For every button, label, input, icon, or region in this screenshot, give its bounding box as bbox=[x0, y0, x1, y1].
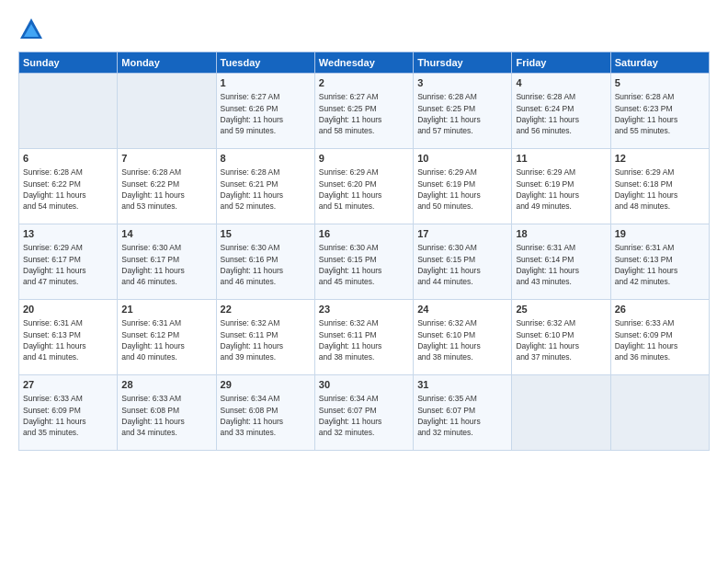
calendar-cell: 12Sunrise: 6:29 AM Sunset: 6:18 PM Dayli… bbox=[610, 149, 709, 224]
day-info: Sunrise: 6:28 AM Sunset: 6:23 PM Dayligh… bbox=[615, 91, 705, 136]
calendar-cell: 10Sunrise: 6:29 AM Sunset: 6:19 PM Dayli… bbox=[414, 149, 512, 224]
day-number: 16 bbox=[319, 227, 409, 241]
weekday-header-thursday: Thursday bbox=[414, 52, 512, 74]
day-number: 23 bbox=[319, 303, 409, 316]
day-info: Sunrise: 6:28 AM Sunset: 6:21 PM Dayligh… bbox=[221, 167, 311, 212]
calendar-cell: 23Sunrise: 6:32 AM Sunset: 6:11 PM Dayli… bbox=[314, 300, 413, 375]
day-info: Sunrise: 6:35 AM Sunset: 6:07 PM Dayligh… bbox=[417, 393, 507, 438]
calendar-cell: 29Sunrise: 6:34 AM Sunset: 6:08 PM Dayli… bbox=[216, 375, 314, 451]
day-number: 25 bbox=[516, 303, 606, 316]
calendar-cell: 3Sunrise: 6:28 AM Sunset: 6:25 PM Daylig… bbox=[414, 74, 512, 149]
day-info: Sunrise: 6:31 AM Sunset: 6:14 PM Dayligh… bbox=[516, 242, 606, 287]
week-row-3: 13Sunrise: 6:29 AM Sunset: 6:17 PM Dayli… bbox=[19, 224, 710, 300]
day-number: 14 bbox=[121, 227, 211, 241]
day-number: 12 bbox=[615, 152, 705, 166]
day-info: Sunrise: 6:33 AM Sunset: 6:09 PM Dayligh… bbox=[23, 393, 113, 438]
day-number: 3 bbox=[417, 76, 507, 90]
calendar-cell: 9Sunrise: 6:29 AM Sunset: 6:20 PM Daylig… bbox=[314, 149, 413, 224]
day-info: Sunrise: 6:34 AM Sunset: 6:07 PM Dayligh… bbox=[319, 393, 409, 438]
day-info: Sunrise: 6:29 AM Sunset: 6:19 PM Dayligh… bbox=[516, 167, 606, 212]
day-info: Sunrise: 6:30 AM Sunset: 6:17 PM Dayligh… bbox=[121, 242, 211, 287]
day-number: 9 bbox=[319, 152, 409, 166]
day-number: 31 bbox=[417, 378, 507, 392]
week-row-2: 6Sunrise: 6:28 AM Sunset: 6:22 PM Daylig… bbox=[19, 149, 710, 224]
day-number: 27 bbox=[23, 378, 113, 392]
weekday-header-monday: Monday bbox=[118, 52, 216, 74]
week-row-1: 1Sunrise: 6:27 AM Sunset: 6:26 PM Daylig… bbox=[19, 74, 710, 149]
calendar-cell: 15Sunrise: 6:30 AM Sunset: 6:16 PM Dayli… bbox=[216, 224, 314, 300]
calendar-cell: 11Sunrise: 6:29 AM Sunset: 6:19 PM Dayli… bbox=[512, 149, 610, 224]
weekday-header-saturday: Saturday bbox=[610, 52, 709, 74]
day-number: 30 bbox=[319, 378, 409, 392]
day-info: Sunrise: 6:31 AM Sunset: 6:13 PM Dayligh… bbox=[615, 242, 705, 287]
header bbox=[18, 17, 710, 42]
calendar-cell: 18Sunrise: 6:31 AM Sunset: 6:14 PM Dayli… bbox=[512, 224, 610, 300]
day-info: Sunrise: 6:28 AM Sunset: 6:24 PM Dayligh… bbox=[516, 91, 606, 136]
calendar-cell: 17Sunrise: 6:30 AM Sunset: 6:15 PM Dayli… bbox=[414, 224, 512, 300]
calendar-cell: 7Sunrise: 6:28 AM Sunset: 6:22 PM Daylig… bbox=[118, 149, 216, 224]
weekday-header-tuesday: Tuesday bbox=[216, 52, 314, 74]
calendar-cell: 6Sunrise: 6:28 AM Sunset: 6:22 PM Daylig… bbox=[19, 149, 118, 224]
week-row-4: 20Sunrise: 6:31 AM Sunset: 6:13 PM Dayli… bbox=[19, 300, 710, 375]
day-number: 29 bbox=[221, 378, 311, 392]
day-number: 19 bbox=[615, 227, 705, 241]
calendar-cell: 30Sunrise: 6:34 AM Sunset: 6:07 PM Dayli… bbox=[314, 375, 413, 451]
day-number: 7 bbox=[121, 152, 211, 166]
calendar-cell: 20Sunrise: 6:31 AM Sunset: 6:13 PM Dayli… bbox=[19, 300, 118, 375]
calendar-cell: 13Sunrise: 6:29 AM Sunset: 6:17 PM Dayli… bbox=[19, 224, 118, 300]
calendar-cell: 31Sunrise: 6:35 AM Sunset: 6:07 PM Dayli… bbox=[414, 375, 512, 451]
day-number: 13 bbox=[23, 227, 113, 241]
day-info: Sunrise: 6:30 AM Sunset: 6:15 PM Dayligh… bbox=[417, 242, 507, 287]
day-info: Sunrise: 6:31 AM Sunset: 6:12 PM Dayligh… bbox=[121, 317, 211, 362]
day-info: Sunrise: 6:28 AM Sunset: 6:22 PM Dayligh… bbox=[121, 167, 211, 212]
day-info: Sunrise: 6:33 AM Sunset: 6:08 PM Dayligh… bbox=[121, 393, 211, 438]
day-number: 18 bbox=[516, 227, 606, 241]
logo bbox=[18, 17, 48, 42]
calendar-cell: 16Sunrise: 6:30 AM Sunset: 6:15 PM Dayli… bbox=[314, 224, 413, 300]
calendar-cell: 27Sunrise: 6:33 AM Sunset: 6:09 PM Dayli… bbox=[19, 375, 118, 451]
day-info: Sunrise: 6:30 AM Sunset: 6:15 PM Dayligh… bbox=[319, 242, 409, 287]
day-info: Sunrise: 6:29 AM Sunset: 6:17 PM Dayligh… bbox=[23, 242, 113, 287]
weekday-header-friday: Friday bbox=[512, 52, 610, 74]
calendar-cell: 28Sunrise: 6:33 AM Sunset: 6:08 PM Dayli… bbox=[118, 375, 216, 451]
calendar-cell: 21Sunrise: 6:31 AM Sunset: 6:12 PM Dayli… bbox=[118, 300, 216, 375]
day-info: Sunrise: 6:30 AM Sunset: 6:16 PM Dayligh… bbox=[221, 242, 311, 287]
calendar-cell: 22Sunrise: 6:32 AM Sunset: 6:11 PM Dayli… bbox=[216, 300, 314, 375]
calendar-table: SundayMondayTuesdayWednesdayThursdayFrid… bbox=[18, 52, 710, 451]
calendar-cell bbox=[118, 74, 216, 149]
day-info: Sunrise: 6:31 AM Sunset: 6:13 PM Dayligh… bbox=[23, 317, 113, 362]
day-info: Sunrise: 6:28 AM Sunset: 6:25 PM Dayligh… bbox=[417, 91, 507, 136]
day-number: 22 bbox=[221, 303, 311, 316]
day-number: 4 bbox=[516, 76, 606, 90]
calendar-cell: 14Sunrise: 6:30 AM Sunset: 6:17 PM Dayli… bbox=[118, 224, 216, 300]
day-number: 15 bbox=[221, 227, 311, 241]
day-info: Sunrise: 6:32 AM Sunset: 6:11 PM Dayligh… bbox=[221, 317, 311, 362]
calendar-cell: 25Sunrise: 6:32 AM Sunset: 6:10 PM Dayli… bbox=[512, 300, 610, 375]
day-number: 2 bbox=[319, 76, 409, 90]
calendar-cell bbox=[512, 375, 610, 451]
calendar-cell: 4Sunrise: 6:28 AM Sunset: 6:24 PM Daylig… bbox=[512, 74, 610, 149]
day-number: 20 bbox=[23, 303, 113, 316]
calendar-cell: 19Sunrise: 6:31 AM Sunset: 6:13 PM Dayli… bbox=[610, 224, 709, 300]
logo-icon bbox=[18, 17, 44, 42]
day-info: Sunrise: 6:27 AM Sunset: 6:25 PM Dayligh… bbox=[319, 91, 409, 136]
weekday-header-row: SundayMondayTuesdayWednesdayThursdayFrid… bbox=[19, 52, 710, 74]
weekday-header-wednesday: Wednesday bbox=[314, 52, 413, 74]
day-number: 10 bbox=[417, 152, 507, 166]
day-info: Sunrise: 6:29 AM Sunset: 6:20 PM Dayligh… bbox=[319, 167, 409, 212]
day-number: 1 bbox=[221, 76, 311, 90]
day-info: Sunrise: 6:33 AM Sunset: 6:09 PM Dayligh… bbox=[615, 317, 705, 362]
calendar-cell bbox=[610, 375, 709, 451]
calendar-cell: 5Sunrise: 6:28 AM Sunset: 6:23 PM Daylig… bbox=[610, 74, 709, 149]
day-info: Sunrise: 6:27 AM Sunset: 6:26 PM Dayligh… bbox=[221, 91, 311, 136]
day-number: 8 bbox=[221, 152, 311, 166]
calendar-cell: 8Sunrise: 6:28 AM Sunset: 6:21 PM Daylig… bbox=[216, 149, 314, 224]
week-row-5: 27Sunrise: 6:33 AM Sunset: 6:09 PM Dayli… bbox=[19, 375, 710, 451]
day-info: Sunrise: 6:28 AM Sunset: 6:22 PM Dayligh… bbox=[23, 167, 113, 212]
day-info: Sunrise: 6:29 AM Sunset: 6:19 PM Dayligh… bbox=[417, 167, 507, 212]
day-info: Sunrise: 6:34 AM Sunset: 6:08 PM Dayligh… bbox=[221, 393, 311, 438]
calendar-cell: 1Sunrise: 6:27 AM Sunset: 6:26 PM Daylig… bbox=[216, 74, 314, 149]
calendar-cell bbox=[19, 74, 118, 149]
day-info: Sunrise: 6:32 AM Sunset: 6:11 PM Dayligh… bbox=[319, 317, 409, 362]
day-number: 21 bbox=[121, 303, 211, 316]
